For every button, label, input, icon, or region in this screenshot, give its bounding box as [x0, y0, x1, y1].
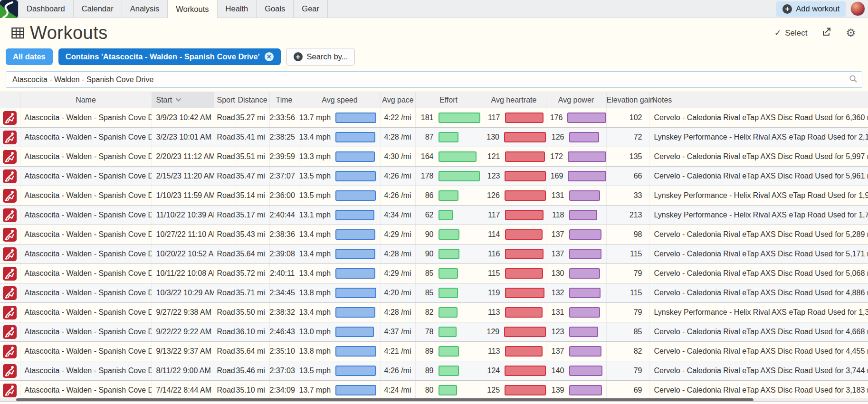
- column-header-start[interactable]: Start: [152, 92, 214, 108]
- workout-name: Atascocita - Walden - Spanish Cove Drive: [20, 186, 152, 206]
- effort-bar: [439, 249, 459, 259]
- column-header-name[interactable]: Name: [20, 92, 152, 108]
- table-row[interactable]: Atascocita - Walden - Spanish Cove Drive…: [0, 206, 868, 225]
- avg-speed-value: 13.3 mph: [299, 152, 331, 161]
- select-button[interactable]: ✓ Select: [774, 28, 808, 38]
- column-header-avg-speed[interactable]: Avg speed: [299, 92, 381, 108]
- table-row[interactable]: Atascocita - Walden - Spanish Cove Drive…: [0, 225, 868, 244]
- tab-calendar[interactable]: Calendar: [74, 0, 122, 18]
- workout-time: 2:46:43: [269, 322, 299, 342]
- avg-speed-bar: [335, 151, 375, 162]
- search-by-button[interactable]: + Search by...: [286, 48, 355, 66]
- workout-start: 10/27/22 11:10 AM: [152, 225, 214, 244]
- column-header-sport[interactable]: Sport: [214, 92, 236, 108]
- filter-chip-contains[interactable]: Contains 'Atascocita - Walden - Spanish …: [58, 48, 281, 65]
- workout-name: Atascocita - Walden - Spanish Cove Drive: [20, 225, 152, 244]
- table-row[interactable]: Atascocita - Walden - Spanish Cove Drive…: [0, 283, 868, 303]
- avg-power-value: 126: [546, 133, 564, 141]
- effort-bar: [439, 346, 459, 357]
- avg-power-value: 140: [546, 366, 564, 375]
- cycling-workout-icon: [3, 150, 17, 164]
- table-row[interactable]: Atascocita - Walden - Spanish Cove Drive…: [0, 244, 868, 264]
- avg-heartrate-value: 113: [482, 347, 500, 356]
- remove-filter-icon[interactable]: ✕: [265, 52, 274, 61]
- workout-start: 9/27/22 9:38 AM: [152, 303, 214, 322]
- column-header-time[interactable]: Time: [269, 92, 299, 108]
- table-row[interactable]: Atascocita - Walden - Spanish Cove Drive…: [0, 108, 868, 128]
- tab-analysis[interactable]: Analysis: [122, 0, 168, 18]
- column-header-elevation-gain[interactable]: Elevation gain: [606, 92, 649, 108]
- elevation-gain-value: 115: [606, 244, 649, 264]
- table-row[interactable]: Atascocita - Walden - Spanish Cove Drive…: [0, 186, 868, 206]
- column-header-icon: [0, 92, 20, 108]
- table-row[interactable]: Atascocita - Walden - Spanish Cove Drive…: [0, 303, 868, 322]
- workout-time: 2:37:07: [269, 167, 299, 186]
- effort-bar: [439, 385, 457, 395]
- effort-bar: [439, 132, 459, 142]
- tab-workouts[interactable]: Workouts: [168, 0, 217, 18]
- effort-bar: [439, 288, 458, 298]
- search-icon: [849, 75, 858, 85]
- avg-power-value: 123: [546, 328, 564, 336]
- avg-heartrate-bar: [505, 249, 544, 259]
- add-workout-button[interactable]: + Add workout: [776, 1, 846, 17]
- avg-heartrate-bar: [505, 151, 545, 162]
- effort-value: 87: [416, 133, 434, 141]
- settings-gear-icon[interactable]: ⚙: [846, 28, 856, 38]
- avg-heartrate-value: 116: [482, 250, 500, 258]
- cycling-workout-icon: [3, 189, 17, 203]
- workout-time: 2:38:32: [269, 303, 299, 322]
- column-header-avg-power[interactable]: Avg power: [546, 92, 606, 108]
- user-avatar[interactable]: [850, 1, 865, 16]
- workout-name: Atascocita - Walden - Spanish Cove Drive: [20, 381, 152, 400]
- effort-value: 89: [416, 366, 434, 375]
- column-header-distance[interactable]: Distance: [236, 92, 269, 108]
- app-logo-icon[interactable]: [0, 0, 18, 18]
- avg-heartrate-value: 123: [482, 172, 500, 180]
- avg-speed-bar: [335, 229, 375, 240]
- workout-notes: Cervelo - Caledonia Rival eTap AXS Disc …: [649, 167, 868, 186]
- tab-health[interactable]: Health: [218, 0, 257, 18]
- avg-speed-bar: [335, 113, 376, 123]
- avg-power-value: 172: [546, 152, 563, 161]
- avg-heartrate-bar: [504, 327, 545, 337]
- search-bar: [0, 70, 868, 92]
- tab-gear[interactable]: Gear: [294, 0, 328, 18]
- column-header-avg-heartrate[interactable]: Avg heartrate: [482, 92, 546, 108]
- workout-start: 2/20/23 11:12 AM: [152, 147, 214, 167]
- workout-start: 3/9/23 10:42 AM: [152, 108, 214, 128]
- workout-name: Atascocita - Walden - Spanish Cove Drive: [20, 303, 152, 322]
- avg-power-bar: [567, 113, 606, 123]
- avg-pace-value: 4:26 /mi: [381, 167, 415, 186]
- partial-next-row: [0, 401, 868, 404]
- avg-speed-bar: [335, 366, 376, 376]
- horizontal-scrollbar[interactable]: [0, 398, 868, 401]
- workout-sport: Road: [214, 225, 236, 244]
- elevation-gain-value: 79: [606, 264, 649, 283]
- workout-start: 2/15/23 11:20 AM: [152, 167, 214, 186]
- table-row[interactable]: Atascocita - Walden - Spanish Cove Drive…: [0, 361, 868, 381]
- column-header-notes[interactable]: Notes: [649, 92, 868, 108]
- column-header-avg-pace[interactable]: Avg pace: [381, 92, 415, 108]
- search-input[interactable]: [6, 71, 862, 88]
- filter-chip-all-dates[interactable]: All dates: [6, 48, 53, 65]
- column-header-effort[interactable]: Effort: [415, 92, 482, 108]
- elevation-gain-value: 98: [606, 225, 649, 244]
- horizontal-scrollbar-thumb[interactable]: [16, 398, 754, 401]
- table-row[interactable]: Atascocita - Walden - Spanish Cove Drive…: [0, 128, 868, 147]
- workout-distance: 35.27 mi: [236, 108, 269, 128]
- workout-name: Atascocita - Walden - Spanish Cove Drive: [20, 147, 152, 167]
- avg-pace-value: 4:29 /mi: [381, 264, 415, 283]
- avg-power-bar: [569, 288, 601, 298]
- table-row[interactable]: Atascocita - Walden - Spanish Cove Drive…: [0, 264, 868, 283]
- workout-distance: 35.51 mi: [236, 147, 269, 167]
- table-row[interactable]: Atascocita - Walden - Spanish Cove Drive…: [0, 381, 868, 400]
- table-row[interactable]: Atascocita - Walden - Spanish Cove Drive…: [0, 322, 868, 342]
- table-row[interactable]: Atascocita - Walden - Spanish Cove Drive…: [0, 167, 868, 186]
- workout-sport: Road: [214, 167, 236, 186]
- table-row[interactable]: Atascocita - Walden - Spanish Cove Drive…: [0, 342, 868, 361]
- tab-goals[interactable]: Goals: [257, 0, 294, 18]
- share-icon[interactable]: [821, 27, 831, 39]
- table-row[interactable]: Atascocita - Walden - Spanish Cove Drive…: [0, 147, 868, 167]
- tab-dashboard[interactable]: Dashboard: [18, 0, 74, 18]
